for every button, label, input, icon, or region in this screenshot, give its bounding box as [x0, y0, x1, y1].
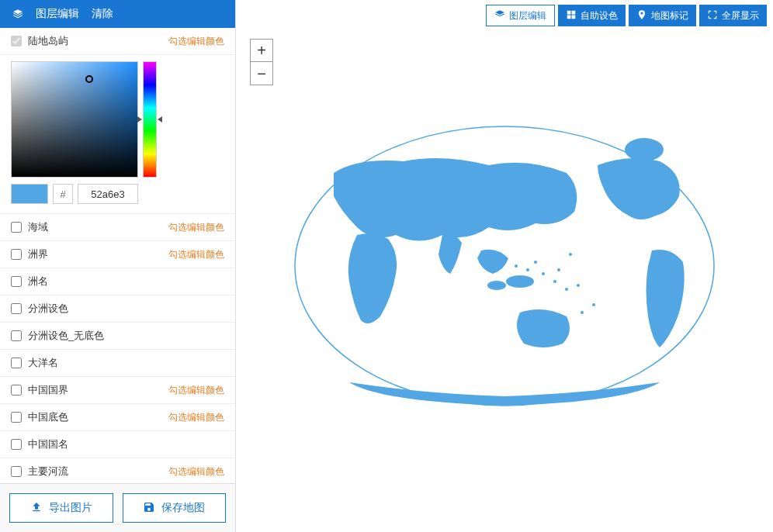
fullscreen-icon [707, 9, 718, 22]
layer-checkbox[interactable] [11, 330, 22, 341]
layer-item[interactable]: 海域 勾选编辑颜色 [0, 214, 235, 241]
layer-label: 分洲设色_无底色 [28, 329, 104, 343]
layer-list: 陆地岛屿 勾选编辑颜色 # 52a6e3 海域 勾选编辑颜色 [0, 28, 235, 483]
layer-label: 中国底色 [28, 410, 68, 424]
svg-point-13 [581, 311, 584, 314]
top-toolbar: 图层编辑 自助设色 地图标记 全屏显示 [486, 5, 767, 26]
upload-icon [30, 501, 43, 516]
btn-label: 图层编辑 [509, 9, 546, 22]
saturation-value-box[interactable] [11, 61, 138, 178]
layer-checkbox[interactable] [11, 439, 22, 450]
layer-checkbox[interactable] [11, 36, 22, 47]
zoom-out-button[interactable]: − [250, 62, 273, 85]
hue-handle[interactable] [140, 116, 159, 123]
layer-label: 分洲设色 [28, 302, 68, 316]
layer-hint: 勾选编辑颜色 [168, 465, 224, 478]
custom-color-button[interactable]: 自助设色 [558, 5, 626, 26]
layer-checkbox[interactable] [11, 412, 22, 423]
svg-point-14 [592, 303, 595, 306]
sidebar-header: 图层编辑 清除 [0, 0, 235, 28]
btn-label: 自助设色 [581, 9, 618, 22]
layer-label: 陆地岛屿 [28, 34, 68, 48]
layer-label: 中国国名 [28, 437, 68, 451]
svg-point-3 [625, 138, 664, 161]
svg-point-5 [553, 280, 556, 283]
fullscreen-button[interactable]: 全屏显示 [699, 5, 767, 26]
layer-label: 洲界 [28, 247, 48, 261]
svg-point-1 [506, 275, 534, 288]
layer-label: 海域 [28, 220, 48, 234]
color-swatch [11, 184, 48, 204]
clear-button[interactable]: 清除 [92, 7, 113, 21]
layer-hint: 勾选编辑颜色 [168, 221, 224, 234]
zoom-in-button[interactable]: + [250, 39, 273, 62]
layer-edit-button[interactable]: 图层编辑 [486, 5, 555, 26]
export-label: 导出图片 [49, 501, 92, 515]
svg-point-2 [487, 281, 506, 290]
save-map-button[interactable]: 保存地图 [123, 493, 227, 523]
world-map-svg [287, 119, 722, 413]
layer-item[interactable]: 分洲设色 [0, 295, 235, 323]
color-picker: # 52a6e3 [0, 55, 235, 214]
svg-point-9 [534, 261, 537, 264]
map-main: 图层编辑 自助设色 地图标记 全屏显示 + − [236, 0, 773, 532]
layer-label: 主要河流 [28, 465, 68, 478]
btn-label: 地图标记 [651, 9, 688, 22]
layer-hint: 勾选编辑颜色 [168, 411, 224, 424]
layer-checkbox[interactable] [11, 276, 22, 287]
layer-hint: 勾选编辑颜色 [168, 248, 224, 261]
svg-point-10 [526, 268, 529, 271]
layer-checkbox[interactable] [11, 358, 22, 368]
layer-checkbox[interactable] [11, 249, 22, 260]
btn-label: 全屏显示 [722, 9, 759, 22]
layer-item[interactable]: 中国底色 勾选编辑颜色 [0, 404, 235, 431]
svg-point-7 [577, 284, 580, 287]
hue-slider[interactable] [143, 61, 157, 178]
svg-point-6 [565, 288, 568, 291]
layer-item[interactable]: 分洲设色_无底色 [0, 323, 235, 350]
layer-item[interactable]: 中国国界 勾选编辑颜色 [0, 377, 235, 404]
svg-point-8 [557, 268, 560, 271]
sv-handle[interactable] [85, 75, 93, 83]
layer-hint: 勾选编辑颜色 [168, 35, 224, 48]
sidebar: 图层编辑 清除 陆地岛屿 勾选编辑颜色 # 52a6e [0, 0, 236, 532]
layer-item[interactable]: 陆地岛屿 勾选编辑颜色 [0, 28, 235, 55]
hex-input[interactable]: 52a6e3 [78, 184, 138, 204]
map-canvas[interactable] [236, 0, 773, 532]
layer-label: 中国国界 [28, 383, 68, 397]
zoom-controls: + − [250, 39, 273, 85]
layer-checkbox[interactable] [11, 466, 22, 477]
grid-icon [566, 9, 577, 22]
svg-point-11 [515, 264, 518, 268]
layers-icon [12, 9, 23, 19]
sidebar-title: 图层编辑 [36, 7, 79, 21]
layer-item[interactable]: 中国国名 [0, 431, 235, 458]
layer-label: 洲名 [28, 275, 48, 288]
layer-hint: 勾选编辑颜色 [168, 384, 224, 397]
export-image-button[interactable]: 导出图片 [9, 493, 113, 523]
save-icon [143, 501, 155, 516]
sidebar-footer: 导出图片 保存地图 [0, 483, 235, 532]
layers-icon [494, 9, 505, 22]
layer-label: 大洋名 [28, 356, 58, 370]
layer-checkbox[interactable] [11, 222, 22, 233]
layer-item[interactable]: 洲界 勾选编辑颜色 [0, 241, 235, 268]
layer-item[interactable]: 大洋名 [0, 350, 235, 377]
layer-checkbox[interactable] [11, 385, 22, 396]
hash-label: # [53, 184, 73, 204]
map-marker-button[interactable]: 地图标记 [629, 5, 696, 26]
layer-item[interactable]: 洲名 [0, 268, 235, 295]
save-label: 保存地图 [161, 501, 205, 515]
svg-point-12 [569, 253, 572, 256]
layer-item[interactable]: 主要河流 勾选编辑颜色 [0, 458, 235, 483]
marker-icon [636, 9, 647, 22]
svg-point-4 [542, 272, 545, 275]
layer-checkbox[interactable] [11, 303, 22, 314]
